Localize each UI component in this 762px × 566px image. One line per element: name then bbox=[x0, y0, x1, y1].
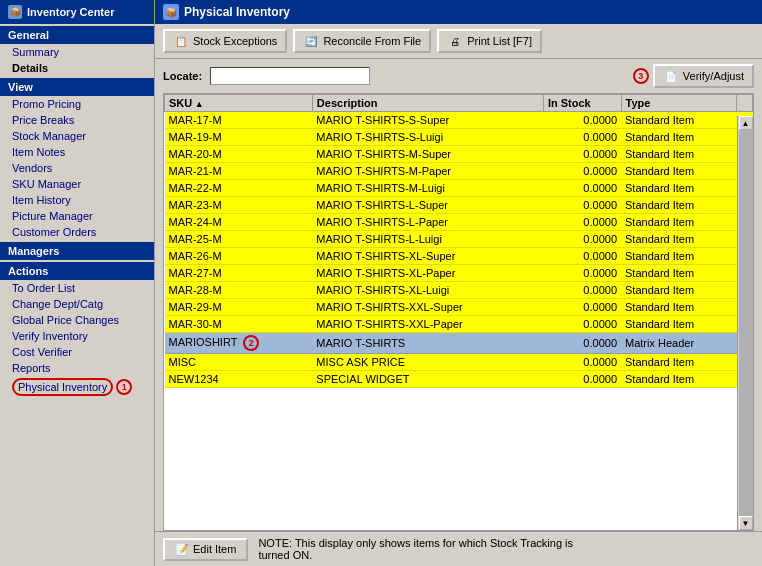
cell-description: MISC ASK PRICE bbox=[312, 354, 543, 371]
cell-type: Standard Item bbox=[621, 214, 736, 231]
cell-in-stock: 0.0000 bbox=[543, 180, 621, 197]
cell-in-stock: 0.0000 bbox=[543, 129, 621, 146]
sidebar-item-reports[interactable]: Reports bbox=[0, 360, 154, 376]
cell-sku: MAR-30-M bbox=[165, 316, 313, 333]
sidebar-item-picture-manager[interactable]: Picture Manager bbox=[0, 208, 154, 224]
col-description[interactable]: Description bbox=[312, 95, 543, 112]
table-row[interactable]: MAR-30-MMARIO T-SHIRTS-XXL-Paper0.0000St… bbox=[165, 316, 753, 333]
table-header-row: SKU Description In Stock Type bbox=[165, 95, 753, 112]
sidebar-header-icon: 📦 bbox=[8, 5, 22, 19]
sidebar-item-item-notes[interactable]: Item Notes bbox=[0, 144, 154, 160]
locate-label: Locate: bbox=[163, 70, 202, 82]
sidebar-item-cost-verifier[interactable]: Cost Verifier bbox=[0, 344, 154, 360]
table-row[interactable]: MAR-23-MMARIO T-SHIRTS-L-Super0.0000Stan… bbox=[165, 197, 753, 214]
cell-type: Standard Item bbox=[621, 146, 736, 163]
cell-type: Standard Item bbox=[621, 180, 736, 197]
cell-sku: MAR-25-M bbox=[165, 231, 313, 248]
cell-in-stock: 0.0000 bbox=[543, 231, 621, 248]
table-row[interactable]: MAR-26-MMARIO T-SHIRTS-XL-Super0.0000Sta… bbox=[165, 248, 753, 265]
badge-2: 2 bbox=[243, 335, 259, 351]
physical-inventory-label: Physical Inventory bbox=[12, 378, 113, 396]
verify-btn-wrap: 3 📄 Verify/Adjust bbox=[630, 64, 754, 88]
cell-sku: MAR-24-M bbox=[165, 214, 313, 231]
cell-type: Standard Item bbox=[621, 231, 736, 248]
cell-type: Matrix Header bbox=[621, 333, 736, 354]
table-row[interactable]: MAR-19-MMARIO T-SHIRTS-S-Luigi0.0000Stan… bbox=[165, 129, 753, 146]
verify-icon: 📄 bbox=[663, 69, 679, 83]
section-general: General bbox=[0, 26, 154, 44]
sidebar-item-stock-manager[interactable]: Stock Manager bbox=[0, 128, 154, 144]
table-row[interactable]: MAR-22-MMARIO T-SHIRTS-M-Luigi0.0000Stan… bbox=[165, 180, 753, 197]
cell-sku: MISC bbox=[165, 354, 313, 371]
locate-input[interactable] bbox=[210, 67, 370, 85]
cell-in-stock: 0.0000 bbox=[543, 333, 621, 354]
stock-exceptions-label: Stock Exceptions bbox=[193, 35, 277, 47]
sidebar-item-item-history[interactable]: Item History bbox=[0, 192, 154, 208]
window-titlebar: 📦 Physical Inventory bbox=[155, 0, 762, 24]
sidebar-item-global-price[interactable]: Global Price Changes bbox=[0, 312, 154, 328]
sidebar-item-sku-manager[interactable]: SKU Manager bbox=[0, 176, 154, 192]
scrollbar-right[interactable]: ▲ ▼ bbox=[737, 116, 753, 530]
cell-sku: MAR-20-M bbox=[165, 146, 313, 163]
stock-exceptions-button[interactable]: 📋 Stock Exceptions bbox=[163, 29, 287, 53]
section-actions: Actions bbox=[0, 262, 154, 280]
cell-sku: MAR-26-M bbox=[165, 248, 313, 265]
table-row[interactable]: MAR-28-MMARIO T-SHIRTS-XL-Luigi0.0000Sta… bbox=[165, 282, 753, 299]
sidebar: 📦 Inventory Center General Summary Detai… bbox=[0, 0, 155, 566]
scroll-track[interactable] bbox=[739, 130, 753, 516]
cell-type: Standard Item bbox=[621, 197, 736, 214]
table-row[interactable]: MISCMISC ASK PRICE0.0000Standard Item bbox=[165, 354, 753, 371]
scroll-up-arrow[interactable]: ▲ bbox=[739, 116, 753, 130]
print-list-button[interactable]: 🖨 Print List [F7] bbox=[437, 29, 542, 53]
col-sku[interactable]: SKU bbox=[165, 95, 313, 112]
sidebar-item-details[interactable]: Details bbox=[0, 60, 154, 76]
inventory-table-container: SKU Description In Stock Type MAR-17-MMA… bbox=[163, 93, 754, 531]
cell-description: MARIO T-SHIRTS-L-Luigi bbox=[312, 231, 543, 248]
stock-exceptions-icon: 📋 bbox=[173, 34, 189, 48]
cell-description: MARIO T-SHIRTS-XL-Luigi bbox=[312, 282, 543, 299]
cell-in-stock: 0.0000 bbox=[543, 163, 621, 180]
cell-description: MARIO T-SHIRTS-M-Super bbox=[312, 146, 543, 163]
sidebar-item-customer-orders[interactable]: Customer Orders bbox=[0, 224, 154, 240]
verify-adjust-button[interactable]: 📄 Verify/Adjust bbox=[653, 64, 754, 88]
table-row[interactable]: MAR-21-MMARIO T-SHIRTS-M-Paper0.0000Stan… bbox=[165, 163, 753, 180]
table-row[interactable]: MAR-17-MMARIO T-SHIRTS-S-Super0.0000Stan… bbox=[165, 112, 753, 129]
cell-type: Standard Item bbox=[621, 354, 736, 371]
cell-type: Standard Item bbox=[621, 248, 736, 265]
cell-sku: MAR-27-M bbox=[165, 265, 313, 282]
table-row[interactable]: MAR-25-MMARIO T-SHIRTS-L-Luigi0.0000Stan… bbox=[165, 231, 753, 248]
sidebar-item-change-dept[interactable]: Change Dept/Catg bbox=[0, 296, 154, 312]
scroll-down-arrow[interactable]: ▼ bbox=[739, 516, 753, 530]
sidebar-item-vendors[interactable]: Vendors bbox=[0, 160, 154, 176]
cell-sku: MAR-22-M bbox=[165, 180, 313, 197]
cell-sku: MAR-23-M bbox=[165, 197, 313, 214]
cell-description: MARIO T-SHIRTS-S-Super bbox=[312, 112, 543, 129]
sidebar-item-physical-inventory[interactable]: Physical Inventory 1 bbox=[0, 376, 154, 398]
table-row[interactable]: MAR-24-MMARIO T-SHIRTS-L-Paper0.0000Stan… bbox=[165, 214, 753, 231]
col-type[interactable]: Type bbox=[621, 95, 736, 112]
table-row[interactable]: MAR-29-MMARIO T-SHIRTS-XXL-Super0.0000St… bbox=[165, 299, 753, 316]
sidebar-item-to-order-list[interactable]: To Order List bbox=[0, 280, 154, 296]
sidebar-item-summary[interactable]: Summary bbox=[0, 44, 154, 60]
sidebar-item-price-breaks[interactable]: Price Breaks bbox=[0, 112, 154, 128]
note-text: NOTE: This display only shows items for … bbox=[258, 537, 588, 561]
cell-type: Standard Item bbox=[621, 299, 736, 316]
edit-item-button[interactable]: 📝 Edit Item bbox=[163, 538, 248, 561]
print-icon: 🖨 bbox=[447, 34, 463, 48]
cell-sku: MAR-21-M bbox=[165, 163, 313, 180]
cell-sku: MAR-19-M bbox=[165, 129, 313, 146]
cell-type: Standard Item bbox=[621, 316, 736, 333]
reconcile-from-file-button[interactable]: 🔄 Reconcile From File bbox=[293, 29, 431, 53]
table-row[interactable]: MARIOSHIRT 2MARIO T-SHIRTS0.0000Matrix H… bbox=[165, 333, 753, 354]
sidebar-item-promo-pricing[interactable]: Promo Pricing bbox=[0, 96, 154, 112]
cell-in-stock: 0.0000 bbox=[543, 248, 621, 265]
sidebar-item-verify-inventory[interactable]: Verify Inventory bbox=[0, 328, 154, 344]
col-in-stock[interactable]: In Stock bbox=[543, 95, 621, 112]
cell-type: Standard Item bbox=[621, 265, 736, 282]
table-row[interactable]: NEW1234SPECIAL WIDGET0.0000Standard Item bbox=[165, 371, 753, 388]
table-row[interactable]: MAR-27-MMARIO T-SHIRTS-XL-Paper0.0000Sta… bbox=[165, 265, 753, 282]
cell-sku: MAR-28-M bbox=[165, 282, 313, 299]
table-row[interactable]: MAR-20-MMARIO T-SHIRTS-M-Super0.0000Stan… bbox=[165, 146, 753, 163]
cell-description: MARIO T-SHIRTS-L-Super bbox=[312, 197, 543, 214]
verify-adjust-label: Verify/Adjust bbox=[683, 70, 744, 82]
